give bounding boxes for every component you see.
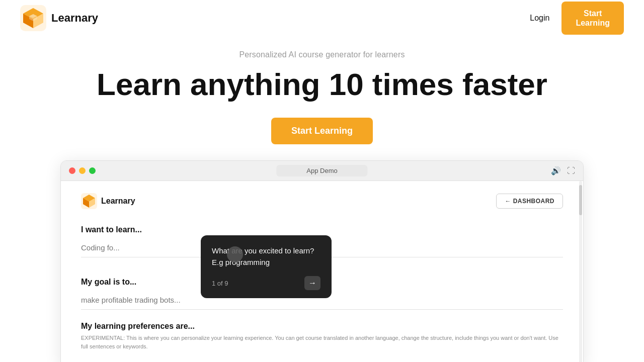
app-logo: Learnary (81, 193, 135, 209)
minimize-dot[interactable] (79, 167, 86, 174)
start-learning-hero-button[interactable]: Start Learning (271, 118, 373, 144)
logo-text: Learnary (51, 12, 98, 25)
window-dots (69, 167, 96, 174)
hero-title: Learn anything 10 times faster (20, 67, 624, 102)
scrollbar[interactable] (579, 181, 582, 362)
app-content: Learnary ← DASHBOARD I want to learn... … (61, 181, 583, 362)
close-dot[interactable] (69, 167, 75, 174)
maximize-dot[interactable] (89, 167, 96, 174)
demo-window: App Demo 🔊 ⛶ Learnary ← DASHBOAR (60, 160, 584, 362)
preferences-section: My learning preferences are... EXPERIMEN… (81, 322, 563, 362)
window-titlebar: App Demo 🔊 ⛶ (61, 161, 583, 181)
app-logo-icon (81, 193, 97, 209)
tooltip-footer: 1 of 9 → (212, 276, 320, 290)
tooltip-box: What are you excited to learn? E.g progr… (201, 235, 332, 298)
tooltip-overlay: What are you excited to learn? E.g progr… (197, 231, 332, 298)
start-learning-nav-button[interactable]: Start Learning (561, 2, 624, 35)
app-header: Learnary ← DASHBOARD (81, 193, 563, 209)
hero-subtitle: Personalized AI course generator for lea… (20, 50, 624, 59)
window-address-bar[interactable]: App Demo (276, 165, 367, 176)
tooltip-next-button[interactable]: → (304, 276, 320, 290)
app-logo-text: Learnary (101, 197, 135, 206)
logo: Learnary (20, 5, 98, 31)
navbar: Learnary Login Start Learning (0, 0, 644, 36)
tooltip-step: 1 of 9 (212, 280, 228, 287)
dashboard-button[interactable]: ← DASHBOARD (496, 194, 563, 209)
logo-icon (20, 5, 46, 31)
cursor-dot (227, 246, 243, 262)
volume-icon[interactable]: 🔊 (551, 166, 561, 175)
fullscreen-icon[interactable]: ⛶ (567, 166, 575, 175)
preferences-desc: EXPERIMENTAL: This is where you can pers… (81, 334, 563, 350)
scrollbar-thumb (579, 185, 582, 215)
preferences-label: My learning preferences are... (81, 322, 563, 331)
window-controls: 🔊 ⛶ (551, 166, 575, 175)
login-button[interactable]: Login (530, 14, 549, 23)
nav-right: Login Start Learning (530, 2, 624, 35)
hero-section: Personalized AI course generator for lea… (0, 36, 644, 160)
